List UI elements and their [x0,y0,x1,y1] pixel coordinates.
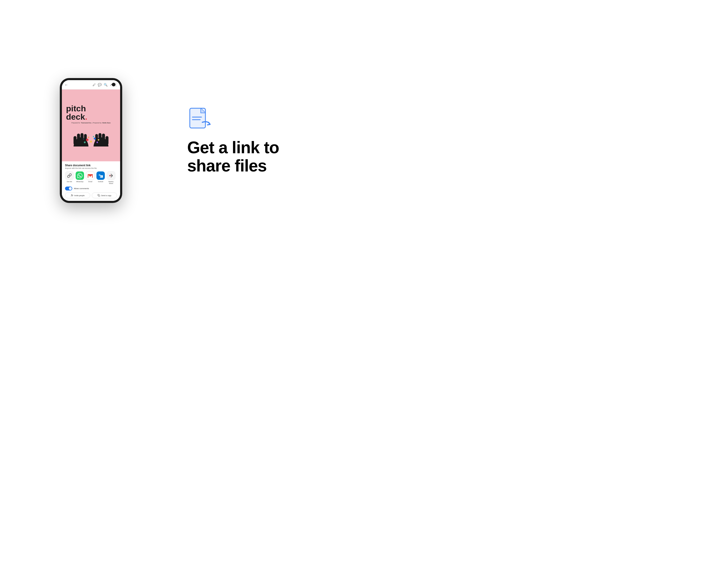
ink-icon[interactable]: 🖊 [93,83,96,87]
svg-point-24 [71,194,72,195]
svg-rect-27 [99,195,100,196]
whatsapp-icon [75,171,84,180]
document-preview: pitch deck. Prepared for: Townsend Inc. … [62,89,120,161]
outlook-label: Outlook [98,181,103,182]
nearby-share-icon [107,171,115,180]
share-app-gmail[interactable]: Gmail [86,171,95,184]
hands-illustration [66,126,116,146]
invite-people-button[interactable]: Invite people [65,192,90,198]
phone-screen: ← 🖊 💬 🔍 ↗ ⋮ pitch deck. Prepared for: To… [62,80,120,201]
pitch-line2: deck. [66,113,116,121]
comment-icon[interactable]: 💬 [98,83,102,87]
phone-topbar: ← 🖊 💬 🔍 ↗ ⋮ [62,80,120,89]
send-copy-button[interactable]: Send a copy [92,192,117,198]
allow-comments-label: Allow comments [74,187,89,190]
share-app-whatsapp[interactable]: WhatsApp [75,171,84,184]
search-icon[interactable]: 🔍 [104,83,108,87]
svg-point-13 [84,141,86,143]
svg-point-15 [88,137,89,138]
allow-comments-row: Allow comments [65,186,117,190]
outlook-icon: O [96,171,105,180]
share-app-outlook[interactable]: O Outlook [96,171,105,184]
back-icon[interactable]: ← [64,83,68,87]
svg-rect-6 [106,136,109,145]
allow-comments-toggle[interactable] [65,186,72,190]
pitch-line1: pitch [66,104,116,113]
svg-point-17 [98,139,99,140]
share-panel: Share document link Anyone with the link… [62,161,120,201]
pitch-subtitle: Prepared for: Townsend Inc. | Prepared b… [71,122,111,124]
share-apps-row: Get link WhatsApp [65,171,117,184]
share-panel-title: Share document link [65,164,117,167]
svg-rect-2 [77,133,80,143]
phone-camera [112,83,115,86]
feature-heading-line2: share files [187,156,267,175]
document-share-icon [187,106,213,132]
phone-mockup: ← 🖊 💬 🔍 ↗ ⋮ pitch deck. Prepared for: To… [60,78,122,203]
svg-point-16 [93,136,94,137]
left-section: ← 🖊 💬 🔍 ↗ ⋮ pitch deck. Prepared for: To… [0,0,182,281]
send-copy-label: Send a copy [101,195,111,196]
svg-rect-1 [74,136,77,145]
svg-rect-3 [81,133,84,143]
toggle-dot [69,187,72,190]
invite-people-label: Invite people [74,195,85,196]
svg-rect-8 [99,133,102,143]
share-app-getlink[interactable]: Get link [65,171,74,184]
bottom-buttons: Invite people Send a copy [65,192,117,198]
share-panel-desc: Anyone with the link can access the file… [65,167,117,169]
share-app-nearby[interactable]: NearbyShare [107,171,115,184]
feature-heading-line1: Get a link to [187,138,279,157]
svg-point-10 [86,138,89,141]
pitch-title: pitch deck. [66,104,116,121]
get-link-icon [65,171,74,180]
gmail-label: Gmail [88,181,92,182]
svg-point-23 [99,174,100,175]
svg-text:O: O [100,175,101,177]
svg-point-14 [96,141,98,143]
feature-heading: Get a link to share files [187,138,348,175]
whatsapp-label: WhatsApp [76,181,83,182]
feature-icon-container [187,106,348,133]
right-section: Get a link to share files [182,0,364,281]
gmail-icon [86,171,95,180]
get-link-label: Get link [67,181,72,182]
svg-point-11 [94,138,96,140]
nearby-label: NearbyShare [108,181,113,184]
svg-rect-7 [102,133,105,143]
svg-point-18 [83,138,84,140]
svg-point-12 [90,140,92,142]
